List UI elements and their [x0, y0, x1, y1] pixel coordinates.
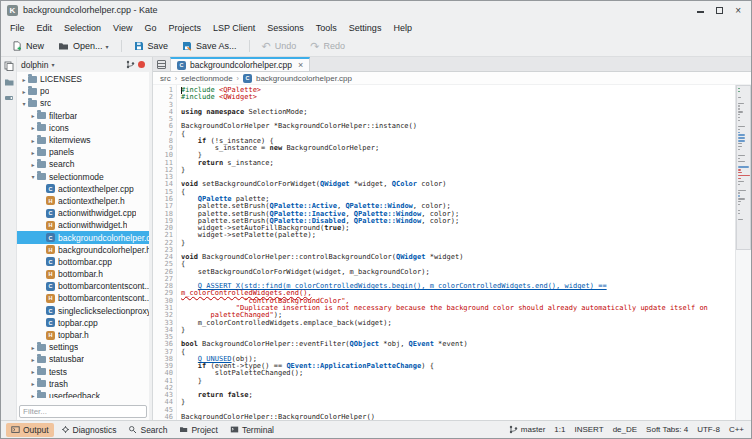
tree-item-label: actiontexthelper.cpp [58, 184, 134, 194]
input-mode[interactable]: INSERT [574, 425, 603, 434]
redo-button[interactable]: ↷ Redo [304, 39, 351, 53]
chevron-down-icon[interactable]: ▾ [29, 173, 37, 180]
projects-icon[interactable] [4, 77, 14, 87]
tree-item-label: userfeedback [49, 391, 100, 398]
chevron-right-icon[interactable]: ▸ [29, 368, 37, 375]
tree-item-tests[interactable]: ▸tests [17, 366, 149, 378]
diagnostics-toolview-button[interactable]: Diagnostics [56, 423, 122, 437]
tree-item-topbar-cpp[interactable]: Ctopbar.cpp [17, 317, 149, 329]
terminal-toolview-button[interactable]: Terminal [225, 423, 279, 437]
tree-item-topbar-h[interactable]: Htopbar.h [17, 329, 149, 341]
chevron-right-icon[interactable]: ▸ [29, 344, 37, 351]
menu-sessions[interactable]: Sessions [261, 21, 310, 35]
tree-item-label: bottombarcontentscont... [58, 293, 149, 303]
save-button[interactable]: Save [128, 39, 175, 53]
maximize-button[interactable] [716, 7, 723, 14]
project-selector[interactable]: dolphin [21, 60, 48, 70]
git-branch-indicator[interactable]: master [509, 425, 545, 434]
tree-item-singleclickselectionproxy[interactable]: Csingleclickselectionproxy... [17, 305, 149, 317]
chevron-right-icon[interactable]: ▸ [29, 380, 37, 387]
tree-item-selectionmode[interactable]: ▾selectionmode [17, 171, 149, 183]
new-button[interactable]: New [6, 39, 50, 53]
breadcrumb-item-file[interactable]: backgroundcolorhelper.cpp [256, 74, 352, 83]
cpp-file-icon: C [46, 233, 55, 242]
menu-view[interactable]: View [107, 21, 138, 35]
undo-button[interactable]: ↶ Undo [256, 39, 303, 53]
chevron-right-icon[interactable]: ▸ [20, 76, 28, 83]
tree-item-userfeedback[interactable]: ▸userfeedback [17, 390, 149, 398]
tree-item-label: backgroundcolorhelper.c... [58, 233, 149, 243]
folder-icon [28, 88, 37, 95]
tree-item-backgroundcolorhelper-c[interactable]: Cbackgroundcolorhelper.c... [17, 231, 149, 243]
chevron-right-icon[interactable]: ▸ [29, 356, 37, 363]
titlebar[interactable]: K backgroundcolorhelper.cpp - Kate × [1, 1, 751, 19]
menu-help[interactable]: Help [387, 21, 418, 35]
breadcrumb-item-src[interactable]: src [160, 74, 171, 83]
tree-item-actiontexthelper-h[interactable]: Hactiontexthelper.h [17, 195, 149, 207]
tree-item-actiontexthelper-cpp[interactable]: Cactiontexthelper.cpp [17, 183, 149, 195]
open-button[interactable]: Open... ▾ [52, 39, 115, 53]
menu-tools[interactable]: Tools [310, 21, 343, 35]
chevron-right-icon[interactable]: ▸ [29, 161, 37, 168]
tree-item-po[interactable]: ▸po [17, 85, 149, 97]
tree-item-bottombar-h[interactable]: Hbottombar.h [17, 268, 149, 280]
tree-item-actionwithwidget-cpp[interactable]: Cactionwithwidget.cpp [17, 207, 149, 219]
menu-projects[interactable]: Projects [162, 21, 207, 35]
menu-lsp-client[interactable]: LSP Client [207, 21, 261, 35]
document-list-icon[interactable] [157, 60, 166, 69]
tree-item-bottombarcontentscont[interactable]: Cbottombarcontentscont... [17, 280, 149, 292]
menu-file[interactable]: File [4, 21, 31, 35]
tree-item-actionwithwidget-h[interactable]: Hactionwithwidget.h [17, 219, 149, 231]
folder-icon [37, 368, 46, 375]
minimap-line [738, 219, 743, 220]
chevron-right-icon[interactable]: ▸ [29, 112, 37, 119]
close-window-button[interactable]: × [735, 7, 741, 14]
chevron-right-icon[interactable]: ▸ [29, 124, 37, 131]
tree-item-statusbar[interactable]: ▸statusbar [17, 353, 149, 365]
dictionary[interactable]: de_DE [613, 425, 637, 434]
documents-icon[interactable] [4, 61, 14, 71]
tree-item-trash[interactable]: ▸trash [17, 378, 149, 390]
save-as-button[interactable]: Save As... [176, 39, 243, 53]
tree-item-bottombar-cpp[interactable]: Cbottombar.cpp [17, 256, 149, 268]
highlight-mode[interactable]: C++ [729, 425, 744, 434]
menu-go[interactable]: Go [138, 21, 162, 35]
search-toolview-button[interactable]: Search [123, 423, 172, 437]
cursor-position[interactable]: 1:1 [554, 425, 565, 434]
filesystem-icon[interactable] [4, 93, 14, 103]
tree-item-panels[interactable]: ▸panels [17, 146, 149, 158]
tree-item-search[interactable]: ▸search [17, 158, 149, 170]
tree-item-bottombarcontentscont[interactable]: Hbottombarcontentscont... [17, 292, 149, 304]
folder-icon [37, 344, 46, 351]
menu-edit[interactable]: Edit [31, 21, 59, 35]
project-toolview-button[interactable]: Project [174, 423, 222, 437]
tab-settings[interactable]: Soft Tabs: 4 [646, 425, 688, 434]
code-line: } [181, 167, 735, 174]
minimap[interactable] [735, 85, 751, 420]
code-lines[interactable]: #include <QPalette>#include <QWidget>usi… [177, 85, 735, 420]
tree-item-kitemviews[interactable]: ▸kitemviews [17, 134, 149, 146]
tree-item-settings[interactable]: ▸settings [17, 341, 149, 353]
chevron-right-icon[interactable]: ▸ [29, 149, 37, 156]
output-toolview-button[interactable]: Output [6, 423, 54, 437]
filter-input[interactable] [19, 405, 147, 418]
tree-item-filterbar[interactable]: ▸filterbar [17, 110, 149, 122]
encoding[interactable]: UTF-8 [697, 425, 720, 434]
chevron-down-icon[interactable]: ▾ [20, 100, 28, 107]
tree-item-src[interactable]: ▾src [17, 97, 149, 109]
tab-backgroundcolorhelper[interactable]: C backgroundcolorhelper.cpp × [170, 57, 310, 71]
new-document-icon [12, 41, 22, 51]
tree-item-licenses[interactable]: ▸LICENSES [17, 73, 149, 85]
tree-item-icons[interactable]: ▸icons [17, 122, 149, 134]
minimize-button[interactable] [697, 11, 704, 13]
menu-selection[interactable]: Selection [58, 21, 107, 35]
chevron-right-icon[interactable]: ▸ [20, 88, 28, 95]
code-line: m_colorControlledWidgets.emplace_back(wi… [181, 320, 735, 327]
chevron-right-icon[interactable]: ▸ [29, 137, 37, 144]
git-branch-icon[interactable] [126, 60, 135, 69]
breadcrumb-item-selectionmode[interactable]: selectionmode [181, 74, 233, 83]
tab-close-icon[interactable]: × [298, 60, 303, 70]
tree-item-backgroundcolorhelper-h[interactable]: Hbackgroundcolorhelper.h [17, 244, 149, 256]
menu-settings[interactable]: Settings [343, 21, 388, 35]
cpp-file-icon: C [243, 74, 252, 83]
